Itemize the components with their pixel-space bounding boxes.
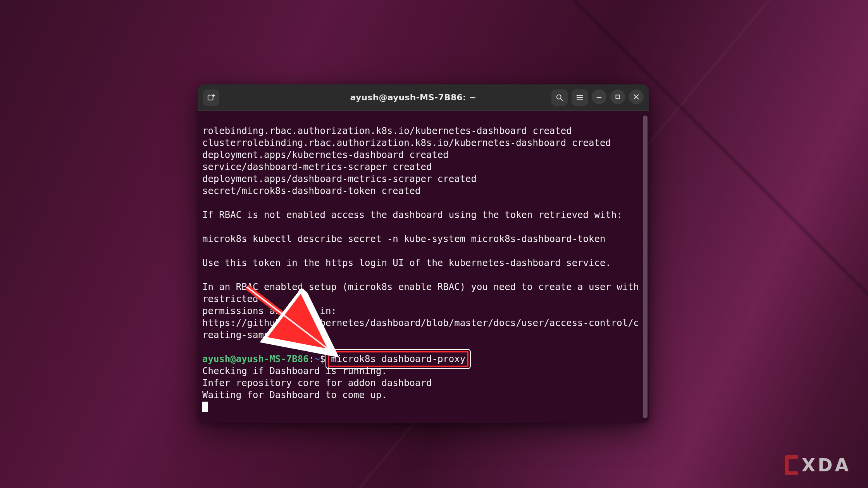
terminal-line: Infer repository core for addon dashboar… [202, 378, 432, 388]
prompt-path: ~ [314, 354, 320, 364]
search-button[interactable] [551, 89, 568, 106]
menu-button[interactable] [572, 89, 588, 106]
terminal-line: https://github.com/kubernetes/dashboard/… [202, 318, 639, 340]
terminal-window: ayush@ayush-MS-7B86: ~ [198, 84, 649, 423]
terminal-cursor [202, 402, 208, 412]
minimize-icon [595, 93, 603, 101]
terminal-line: Checking if Dashboard is running. [202, 366, 387, 376]
close-icon [632, 93, 641, 101]
terminal-line: service/dashboard-metrics-scraper create… [202, 162, 432, 172]
svg-rect-2 [616, 95, 619, 98]
terminal-line: Waiting for Dashboard to come up. [202, 390, 387, 400]
maximize-button[interactable] [610, 89, 625, 104]
typed-command: microk8s dashboard-proxy [331, 354, 465, 364]
terminal-line: deployment.apps/dashboard-metrics-scrape… [202, 174, 477, 184]
terminal-line: Use this token in the https login UI of … [202, 258, 611, 268]
terminal-line: clusterrolebinding.rbac.authorization.k8… [202, 137, 611, 148]
terminal-line: permissions as shown in: [202, 306, 337, 316]
terminal-line: secret/microk8s-dashboard-token created [202, 186, 421, 196]
new-tab-button[interactable] [203, 89, 219, 106]
terminal-line: If RBAC is not enabled access the dashbo… [202, 210, 622, 220]
prompt-symbol: $ [320, 354, 325, 364]
xda-watermark: XDA [785, 455, 851, 476]
xda-text: XDA [802, 455, 851, 476]
terminal-line: microk8s kubectl describe secret -n kube… [202, 234, 605, 244]
svg-rect-0 [208, 95, 213, 100]
window-title: ayush@ayush-MS-7B86: ~ [280, 93, 547, 102]
xda-bracket-icon [785, 455, 798, 475]
hamburger-icon [575, 93, 584, 102]
close-button[interactable] [629, 89, 644, 104]
terminal-line: deployment.apps/kubernetes-dashboard cre… [202, 149, 449, 160]
terminal-body[interactable]: rolebinding.rbac.authorization.k8s.io/ku… [198, 111, 649, 423]
new-tab-icon [207, 93, 215, 102]
terminal-scrollbar[interactable] [643, 115, 648, 418]
window-titlebar: ayush@ayush-MS-7B86: ~ [198, 84, 649, 111]
minimize-button[interactable] [592, 89, 606, 104]
svg-point-1 [557, 95, 561, 99]
search-icon [555, 93, 564, 102]
prompt-user-host: ayush@ayush-MS-7B86 [202, 354, 309, 364]
prompt-sep: : [309, 354, 314, 364]
maximize-icon [613, 93, 622, 101]
terminal-line: In an RBAC enabled setup (microk8s enabl… [202, 282, 645, 304]
terminal-line: rolebinding.rbac.authorization.k8s.io/ku… [202, 125, 572, 136]
